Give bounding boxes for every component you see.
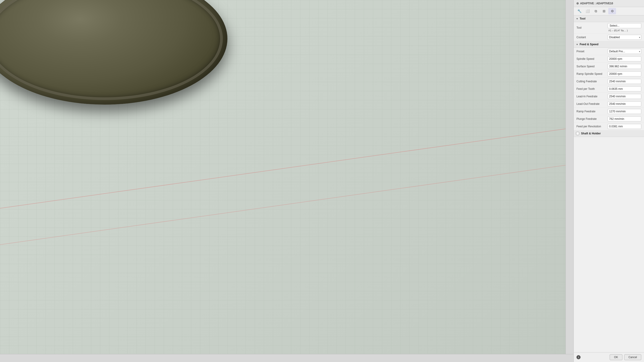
cutting-feedrate-value	[608, 79, 641, 84]
surface-speed-row: Surface Speed	[574, 63, 644, 70]
feed-per-rev-value	[608, 124, 641, 129]
preset-value: Default Pre... Finishing Roughing	[608, 49, 641, 54]
shaft-holder-title: Shaft & Holder	[581, 132, 601, 135]
panel-content[interactable]: ▼ Tool Tool Select... #1 – Ø1/4" fla… ) …	[574, 16, 644, 352]
spindle-speed-row: Spindle Speed	[574, 55, 644, 63]
surface-speed-label: Surface Speed	[576, 65, 608, 68]
spindle-speed-label: Spindle Speed	[576, 57, 608, 60]
viewport	[0, 0, 644, 362]
feed-per-tooth-input[interactable]	[608, 86, 641, 92]
feed-per-tooth-value	[608, 86, 641, 92]
plunge-feedrate-value	[608, 116, 641, 122]
tool-section-header[interactable]: ▼ Tool	[574, 16, 644, 22]
feed-speed-title: Feed & Speed	[580, 43, 598, 46]
ramp-feedrate-input[interactable]	[608, 109, 641, 114]
panel-titlebar: ADAPTIVE : ADAPTIVE10	[574, 0, 644, 7]
surface-speed-value	[608, 64, 641, 69]
lead-out-label: Lead-Out Feedrate	[576, 102, 608, 106]
coolant-label: Coolant	[576, 36, 608, 39]
3d-object	[0, 0, 232, 114]
lead-in-value	[608, 94, 641, 99]
tool-section-title: Tool	[580, 17, 585, 20]
ramp-feedrate-label: Ramp Feedrate	[576, 110, 608, 113]
feed-per-tooth-label: Feed per Tooth	[576, 87, 608, 90]
coolant-row: Coolant Disabled Flood Mist Air	[574, 34, 644, 41]
lead-out-input[interactable]	[608, 102, 641, 106]
lead-out-value	[608, 102, 641, 106]
lead-in-row: Lead-In Feedrate	[574, 93, 644, 100]
passes-tab-icon[interactable]: ⧉	[592, 8, 600, 14]
lead-in-label: Lead-In Feedrate	[576, 95, 608, 98]
info-icon[interactable]: i	[576, 355, 580, 359]
disc-body	[0, 0, 228, 104]
shaft-holder-checkbox[interactable]	[576, 132, 579, 135]
cutting-feedrate-label: Cutting Feedrate	[576, 80, 608, 83]
panel-toolbar: 🔧 ⬜ ⧉ ⊞ ⚙	[574, 7, 644, 16]
disc-rim	[0, 0, 223, 100]
preset-row: Preset Default Pre... Finishing Roughing	[574, 48, 644, 55]
tool-label: Tool	[576, 26, 608, 29]
linking-tab-icon[interactable]: ⊞	[600, 8, 608, 14]
ramp-feedrate-value	[608, 109, 641, 114]
geometry-tab-icon[interactable]: ⬜	[584, 8, 592, 14]
shaft-holder-section[interactable]: Shaft & Holder	[574, 130, 644, 137]
lead-out-row: Lead-Out Feedrate	[574, 100, 644, 108]
feed-per-rev-input[interactable]	[608, 124, 641, 129]
coolant-select[interactable]: Disabled Flood Mist Air	[608, 35, 641, 40]
spindle-speed-value	[608, 56, 641, 62]
title-dot	[576, 2, 579, 4]
lead-in-input[interactable]	[608, 94, 641, 99]
plunge-feedrate-input[interactable]	[608, 116, 641, 122]
ruler-right	[566, 0, 574, 362]
surface-speed-input[interactable]	[608, 64, 641, 69]
tool-row: Tool Select... #1 – Ø1/4" fla… )	[574, 22, 644, 34]
tool-name-display: #1 – Ø1/4" fla… )	[608, 29, 641, 32]
cutting-feedrate-row: Cutting Feedrate	[574, 78, 644, 85]
speeds-tab-icon[interactable]: ⚙	[608, 8, 616, 14]
ruler-bottom	[0, 354, 574, 362]
ramp-feedrate-row: Ramp Feedrate	[574, 108, 644, 115]
feed-speed-section-header[interactable]: ▼ Feed & Speed	[574, 41, 644, 48]
plunge-feedrate-row: Plunge Feedrate	[574, 115, 644, 123]
properties-panel: ADAPTIVE : ADAPTIVE10 🔧 ⬜ ⧉ ⊞ ⚙ ▼ Tool T…	[574, 0, 644, 362]
ramp-spindle-row: Ramp Spindle Speed	[574, 70, 644, 78]
plunge-feedrate-label: Plunge Feedrate	[576, 117, 608, 120]
cutting-feedrate-input[interactable]	[608, 79, 641, 84]
preset-select[interactable]: Default Pre... Finishing Roughing	[608, 49, 641, 54]
tool-value-container: Select... #1 – Ø1/4" fla… )	[608, 23, 641, 32]
tool-select-button[interactable]: Select...	[608, 23, 641, 28]
ok-button[interactable]: OK	[610, 354, 622, 360]
ramp-spindle-value	[608, 72, 641, 76]
coolant-value: Disabled Flood Mist Air	[608, 35, 641, 40]
feed-speed-chevron: ▼	[576, 43, 578, 46]
panel-footer: i OK Cancel	[574, 352, 644, 362]
ramp-spindle-input[interactable]	[608, 72, 641, 76]
spindle-speed-input[interactable]	[608, 56, 641, 62]
cancel-button[interactable]: Cancel	[624, 354, 641, 360]
preset-label: Preset	[576, 50, 608, 53]
feed-per-rev-row: Feed per Revolution	[574, 123, 644, 130]
panel-title: ADAPTIVE : ADAPTIVE10	[580, 2, 613, 5]
ramp-spindle-label: Ramp Spindle Speed	[576, 72, 608, 76]
tool-tab-icon[interactable]: 🔧	[576, 8, 583, 14]
feed-per-tooth-row: Feed per Tooth	[574, 85, 644, 93]
feed-per-rev-label: Feed per Revolution	[576, 125, 608, 128]
tool-section-chevron: ▼	[576, 18, 578, 20]
